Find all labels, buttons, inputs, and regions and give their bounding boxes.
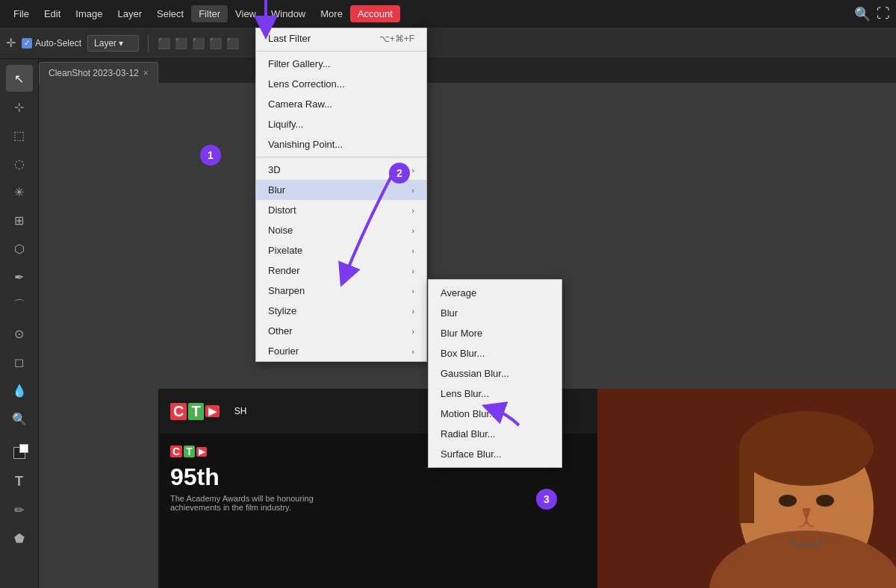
filter-render-arrow: ›	[411, 266, 414, 275]
filter-3d-arrow: ›	[411, 166, 414, 175]
menu-view[interactable]: View	[228, 5, 264, 22]
filter-other[interactable]: Other ›	[256, 321, 426, 341]
auto-select-group: ✓ Auto-Select	[22, 38, 81, 49]
filter-stylize[interactable]: Stylize ›	[256, 301, 426, 321]
ctv-logo: C T ▶	[170, 403, 220, 420]
blur-blur[interactable]: Blur	[429, 303, 561, 323]
svg-point-3	[739, 411, 874, 486]
last-filter-shortcut: ⌥+⌘+F	[379, 34, 414, 44]
menu-bar: File Edit Image Layer Select Filter View…	[0, 0, 896, 28]
tool-brush[interactable]: ⌒	[6, 292, 33, 319]
auto-select-label: Auto-Select	[35, 38, 81, 49]
filter-separator-1	[256, 51, 426, 51]
blur-average[interactable]: Average	[429, 283, 561, 303]
ctv-t-letter: T	[188, 403, 203, 420]
tab-label: CleanShot 2023-03-12	[49, 68, 139, 78]
toolbar: ✛ ✓ Auto-Select Layer ▾ ⬛ ⬛ ⬛ ⬛ ⬛	[0, 28, 896, 59]
tools-panel: ↖ ⊹ ⬚ ◌ ✳ ⊞ ⬡ ✒ ⌒ ⊙ ◻ 💧 🔍 T ✏ ⬟	[0, 59, 39, 588]
filter-fourier[interactable]: Fourier ›	[256, 341, 426, 361]
tool-magic-wand[interactable]: ✳	[6, 178, 33, 205]
filter-gallery[interactable]: Filter Gallery...	[256, 54, 426, 74]
tool-perspective[interactable]: ⬡	[6, 235, 33, 262]
menu-utility-icons: 🔍 ⛶	[854, 6, 890, 22]
fullscreen-icon[interactable]: ⛶	[877, 6, 890, 22]
menu-account[interactable]: Account	[350, 5, 400, 22]
menu-window[interactable]: Window	[264, 5, 313, 22]
tool-eraser[interactable]: ◻	[6, 348, 33, 375]
tool-text[interactable]: T	[6, 468, 33, 495]
tool-crop[interactable]: ⊞	[6, 207, 33, 234]
filter-noise[interactable]: Noise ›	[256, 220, 426, 240]
filter-pixelate-arrow: ›	[411, 246, 414, 255]
tool-foreground-bg[interactable]	[6, 440, 33, 466]
filter-fourier-arrow: ›	[411, 347, 414, 356]
tool-lasso[interactable]: ◌	[6, 150, 33, 177]
menu-file[interactable]: File	[6, 5, 37, 22]
ctv-v-letter: ▶	[205, 405, 220, 417]
filter-noise-arrow: ›	[411, 226, 414, 235]
filter-sharpen[interactable]: Sharpen ›	[256, 281, 426, 301]
toolbar-transform-icons: ⬛ ⬛ ⬛ ⬛ ⬛	[158, 37, 239, 49]
filter-menu: Last Filter ⌥+⌘+F Filter Gallery... Lens…	[255, 28, 427, 362]
filter-3d[interactable]: 3D ›	[256, 160, 426, 180]
tool-zoom[interactable]: 🔍	[6, 405, 33, 432]
ctv-c-letter: C	[170, 403, 187, 420]
tool-stamp[interactable]: ⊙	[6, 320, 33, 347]
blur-lens-blur[interactable]: Lens Blur...	[429, 384, 561, 404]
search-icon[interactable]: 🔍	[854, 6, 871, 22]
filter-render[interactable]: Render ›	[256, 260, 426, 281]
tab-close-button[interactable]: ×	[143, 68, 149, 78]
filter-pixelate[interactable]: Pixelate ›	[256, 240, 426, 260]
blur-motion-blur[interactable]: Motion Blur...	[429, 404, 561, 424]
filter-other-arrow: ›	[411, 327, 414, 336]
blur-box-blur[interactable]: Box Blur...	[429, 343, 561, 363]
ctv-show-text: SH	[234, 406, 247, 416]
filter-distort-arrow: ›	[411, 206, 414, 215]
svg-point-6	[816, 495, 834, 507]
tool-artboard[interactable]: ⊹	[6, 93, 33, 120]
menu-more[interactable]: More	[313, 5, 350, 22]
auto-select-checkbox[interactable]: ✓	[22, 38, 32, 49]
blur-submenu: Average Blur Blur More Box Blur... Gauss…	[428, 279, 562, 468]
filter-sharpen-arrow: ›	[411, 287, 414, 295]
filter-last-filter[interactable]: Last Filter ⌥+⌘+F	[256, 28, 426, 49]
layer-dropdown[interactable]: Layer ▾	[87, 35, 139, 51]
blur-radial-blur[interactable]: Radial Blur...	[429, 424, 561, 444]
menu-layer[interactable]: Layer	[111, 5, 150, 22]
align-top-icon[interactable]: ⬛	[209, 37, 222, 49]
document-tab[interactable]: CleanShot 2023-03-12 ×	[39, 62, 158, 83]
blur-gaussian-blur[interactable]: Gaussian Blur...	[429, 363, 561, 384]
filter-vanishing-point[interactable]: Vanishing Point...	[256, 134, 426, 154]
tool-pen[interactable]: ✒	[6, 263, 33, 290]
tool-dropper[interactable]: 💧	[6, 377, 33, 404]
tool-shape[interactable]: ⬟	[6, 525, 33, 551]
align-left-icon[interactable]: ⬛	[158, 37, 170, 49]
align-bottom-icon[interactable]: ⬛	[226, 37, 239, 49]
filter-stylize-arrow: ›	[411, 307, 414, 316]
blur-blur-more[interactable]: Blur More	[429, 323, 561, 343]
menu-edit[interactable]: Edit	[37, 5, 68, 22]
distribute-icon[interactable]: ⬛	[175, 37, 187, 49]
menu-select[interactable]: Select	[149, 5, 191, 22]
tabs-bar: CleanShot 2023-03-12 ×	[39, 59, 896, 83]
blur-surface-blur[interactable]: Surface Blur...	[429, 444, 561, 464]
align-right-icon[interactable]: ⬛	[192, 37, 205, 49]
menu-filter[interactable]: Filter	[191, 5, 228, 22]
tool-pencil[interactable]: ✏	[6, 496, 33, 523]
svg-point-5	[779, 495, 797, 507]
svg-rect-4	[739, 448, 754, 523]
filter-blur[interactable]: Blur ›	[256, 180, 426, 200]
filter-lens-correction[interactable]: Lens Correction...	[256, 74, 426, 94]
tool-marquee[interactable]: ⬚	[6, 122, 33, 148]
ctv-face-image	[597, 389, 896, 588]
filter-camera-raw[interactable]: Camera Raw...	[256, 94, 426, 114]
filter-distort[interactable]: Distort ›	[256, 200, 426, 220]
filter-liquify[interactable]: Liquify...	[256, 114, 426, 134]
menu-image[interactable]: Image	[68, 5, 110, 22]
ctv-description: The Academy Awards will be honouring ach…	[170, 494, 320, 512]
move-tool-icon: ✛	[6, 36, 16, 50]
toolbar-divider-1	[148, 34, 149, 52]
filter-separator-2	[256, 157, 426, 157]
filter-blur-arrow: ›	[411, 186, 414, 195]
tool-move[interactable]: ↖	[6, 65, 33, 92]
